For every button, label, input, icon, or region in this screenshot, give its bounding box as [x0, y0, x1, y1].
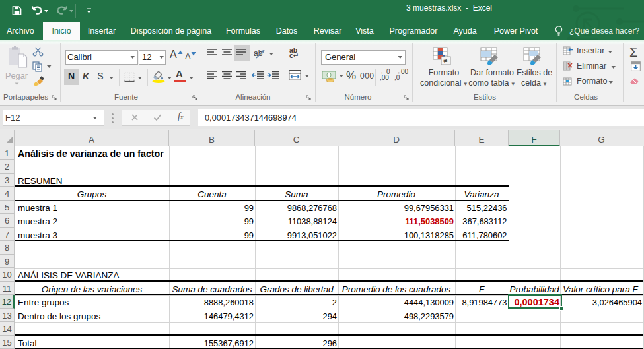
svg-text:≠: ≠	[443, 57, 447, 65]
